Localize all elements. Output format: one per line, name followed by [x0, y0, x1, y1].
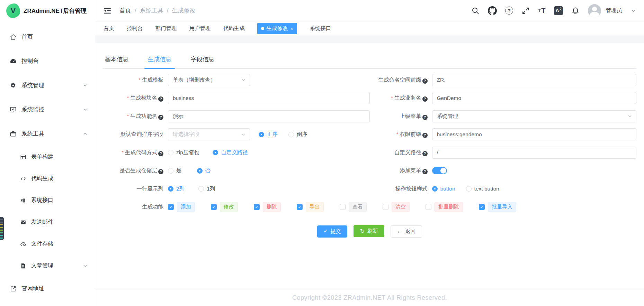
checkbox-edit[interactable]: 修改	[211, 202, 238, 212]
checkbox-batch-import[interactable]: 批量导入	[479, 202, 516, 212]
form-row-button-style: 操作按钮样式 button text button	[370, 180, 637, 198]
radio-text-button-style[interactable]: text button	[466, 186, 499, 192]
close-icon[interactable]: ×	[290, 26, 294, 31]
checkbox-export[interactable]: 导出	[297, 202, 324, 212]
tab-gen-info[interactable]: 生成信息	[147, 52, 172, 68]
parent-menu-select[interactable]: 系统管理	[432, 110, 637, 122]
custom-path-input[interactable]	[432, 147, 637, 159]
radio-zip[interactable]: zip压缩包	[168, 149, 199, 156]
fullscreen-icon[interactable]	[521, 7, 530, 15]
help-icon[interactable]	[422, 78, 428, 84]
github-icon[interactable]	[488, 6, 497, 15]
help-icon[interactable]	[158, 151, 163, 156]
help-icon[interactable]	[422, 133, 428, 138]
sidebar-item-official-site[interactable]: 官网地址	[0, 277, 95, 301]
sidebar-item-home[interactable]: 首页	[0, 25, 95, 49]
sidebar-item-label: 系统工具	[21, 130, 82, 138]
sidebar-fold-icon[interactable]	[103, 6, 112, 15]
chevron-down-icon[interactable]	[630, 8, 636, 14]
required-asterisk: *	[138, 77, 141, 83]
add-menu-toggle[interactable]	[432, 167, 447, 174]
tab-gen-edit-active[interactable]: 生成修改 ×	[257, 23, 297, 34]
sidebar-item-system-api[interactable]: 系统接口	[0, 189, 95, 211]
form-column-left: *生成模板 单表（增删改查） *生成模块名	[103, 71, 370, 198]
sidebar-item-article-admin[interactable]: 文章管理	[0, 255, 95, 277]
checkbox-add[interactable]: 添加	[168, 202, 195, 212]
avatar[interactable]	[588, 4, 601, 17]
namespace-prefix-input[interactable]	[432, 74, 637, 86]
gear-icon	[9, 82, 17, 89]
module-name-input[interactable]	[168, 92, 370, 104]
form-row-repository: 是否生成仓储层 是 否	[103, 162, 370, 180]
field-label: *生成功能名	[103, 113, 168, 120]
help-icon[interactable]	[422, 115, 428, 120]
radio-repo-no[interactable]: 否	[197, 167, 211, 174]
help-icon[interactable]	[158, 115, 163, 120]
help-icon[interactable]	[158, 96, 163, 102]
field-label: 自定义路径	[370, 149, 432, 156]
radio-button-style[interactable]: button	[432, 186, 455, 192]
breadcrumb-system-tools[interactable]: 系统工具	[140, 7, 163, 15]
tab-field-info[interactable]: 字段信息	[190, 52, 215, 68]
sidebar-item-dashboard[interactable]: 控制台	[0, 49, 95, 73]
tab-dept-admin[interactable]: 部门管理	[155, 25, 177, 32]
tab-home[interactable]: 首页	[104, 25, 114, 32]
function-name-input[interactable]	[168, 110, 370, 122]
tab-dashboard[interactable]: 控制台	[127, 25, 143, 32]
radio-one-col[interactable]: 1列	[198, 185, 215, 193]
form-row-gen-template: *生成模板 单表（增删改查）	[103, 71, 370, 89]
tab-basic-info[interactable]: 基本信息	[104, 52, 129, 68]
field-label: 操作按钮样式	[370, 185, 432, 193]
chevron-down-icon	[241, 132, 246, 137]
radio-sort-asc[interactable]: 正序	[259, 131, 278, 138]
sort-field-select[interactable]: 请选择字段	[168, 128, 250, 140]
permission-prefix-input[interactable]	[432, 128, 637, 140]
checkbox-batch-delete[interactable]: 批量删除	[426, 202, 463, 212]
back-button[interactable]: 返回	[391, 225, 422, 238]
sidebar-item-send-mail[interactable]: 发送邮件	[0, 211, 95, 233]
checkbox-clear[interactable]: 清空	[383, 202, 410, 212]
monitor-icon	[9, 106, 17, 113]
tab-code-gen[interactable]: 代码生成	[223, 25, 245, 32]
sidebar-item-file-storage[interactable]: 文件存储	[0, 233, 95, 255]
search-icon[interactable]	[471, 7, 480, 15]
refresh-button[interactable]: 刷新	[354, 225, 384, 237]
field-label: 生成命名空间前缀	[370, 76, 432, 84]
tab-user-admin[interactable]: 用户管理	[189, 25, 211, 32]
radio-sort-desc[interactable]: 倒序	[288, 131, 307, 138]
sidebar-item-system-tools[interactable]: 系统工具	[0, 122, 95, 146]
sidebar-item-label: 表单构建	[31, 153, 88, 160]
sidebar-item-system-admin[interactable]: 系统管理	[0, 73, 95, 98]
radio-dot	[213, 150, 218, 155]
bell-icon[interactable]	[571, 7, 580, 15]
tab-system-api[interactable]: 系统接口	[310, 25, 331, 32]
user-name[interactable]: 管理员	[606, 7, 622, 14]
checkbox-delete[interactable]: 删除	[254, 202, 281, 212]
radio-custom-path[interactable]: 自定义路径	[213, 149, 248, 156]
radio-two-col[interactable]: 2列	[168, 185, 185, 193]
translate-icon[interactable]	[554, 6, 563, 15]
font-size-icon[interactable]	[538, 7, 545, 15]
breadcrumb-current: 生成修改	[172, 7, 195, 15]
sidebar-item-code-gen[interactable]: 代码生成	[0, 168, 95, 189]
submit-button[interactable]: 提交	[317, 225, 347, 238]
checkbox-icon	[211, 204, 217, 210]
help-icon[interactable]	[422, 169, 428, 174]
sidebar-item-system-monitor[interactable]: 系统监控	[0, 98, 95, 122]
app-root: V ZRAdmin.NET后台管理 首页 控制台 系统管	[0, 0, 644, 306]
logo-row[interactable]: V ZRAdmin.NET后台管理	[0, 0, 95, 21]
required-asterisk: *	[391, 95, 393, 101]
breadcrumb-home[interactable]: 首页	[119, 7, 131, 15]
help-icon[interactable]	[422, 151, 428, 156]
business-name-input[interactable]	[432, 92, 637, 104]
gen-template-select[interactable]: 单表（增删改查）	[168, 74, 250, 86]
question-icon[interactable]	[505, 7, 513, 15]
help-icon[interactable]	[158, 169, 163, 174]
checkbox-view[interactable]: 查看	[340, 202, 367, 212]
field-label: *生成代码方式	[103, 149, 168, 156]
sidebar-item-form-builder[interactable]: 表单构建	[0, 146, 95, 168]
mini-monitor-widget[interactable]	[0, 217, 4, 240]
form-row-custom-path: 自定义路径	[370, 143, 637, 162]
radio-repo-yes[interactable]: 是	[168, 167, 182, 174]
help-icon[interactable]	[422, 96, 428, 102]
